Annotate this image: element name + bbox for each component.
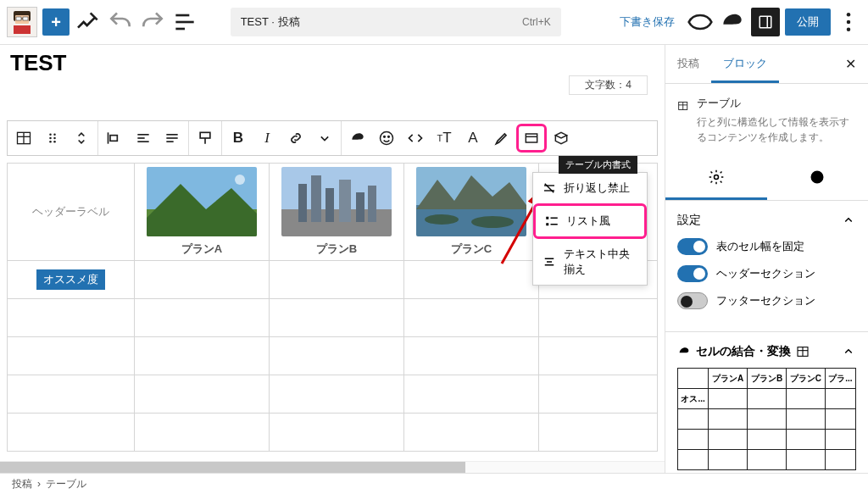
view-icon[interactable] bbox=[687, 8, 714, 36]
dropdown-item-nowrap[interactable]: 折り返し禁止 bbox=[533, 173, 647, 203]
edit-mode-icon[interactable] bbox=[75, 8, 102, 36]
svg-point-21 bbox=[49, 141, 52, 143]
svg-point-34 bbox=[384, 136, 386, 138]
document-title-bar[interactable]: TEST · 投稿 Ctrl+K bbox=[231, 8, 561, 36]
row-osusume-label[interactable]: オススメ度 bbox=[36, 269, 105, 290]
svg-rect-5 bbox=[14, 25, 31, 34]
block-toolbar: B I TT A bbox=[7, 120, 658, 156]
plan-c-label: プランC bbox=[451, 241, 492, 257]
svg-rect-45 bbox=[326, 188, 334, 222]
align-left-icon[interactable] bbox=[100, 121, 129, 155]
table-icon-small bbox=[796, 345, 810, 358]
svg-rect-59 bbox=[551, 218, 558, 219]
svg-rect-57 bbox=[546, 217, 548, 219]
text-color-icon[interactable]: A bbox=[459, 121, 487, 155]
post-title[interactable]: TEST bbox=[0, 45, 665, 80]
chevron-down-icon[interactable] bbox=[310, 121, 339, 155]
emoji-icon[interactable] bbox=[372, 121, 401, 155]
bg-color-icon[interactable] bbox=[547, 121, 576, 155]
swell-icon-small bbox=[677, 345, 691, 358]
svg-point-20 bbox=[53, 137, 56, 140]
svg-point-22 bbox=[53, 141, 56, 143]
publish-button[interactable]: 公開 bbox=[785, 8, 831, 36]
settings-toggle-button[interactable] bbox=[751, 8, 780, 36]
fontsize-icon[interactable]: TT bbox=[430, 121, 459, 155]
tab-block[interactable]: ブロック bbox=[711, 45, 779, 83]
svg-rect-2 bbox=[16, 17, 21, 20]
bold-icon[interactable]: B bbox=[224, 121, 253, 155]
table-block-icon-sidebar bbox=[677, 96, 688, 116]
panel-merge-header[interactable]: セルの結合・変換 bbox=[677, 344, 856, 359]
toggle-footer-section[interactable]: フッターセクション bbox=[677, 292, 856, 309]
dropdown-item-center[interactable]: テキスト中央揃え bbox=[533, 239, 647, 285]
row-edit-icon[interactable] bbox=[158, 121, 186, 155]
column-align-icon[interactable] bbox=[129, 121, 158, 155]
svg-rect-46 bbox=[339, 180, 351, 222]
plan-b-image bbox=[281, 167, 392, 236]
link-icon[interactable] bbox=[281, 121, 310, 155]
tab-settings-icon[interactable] bbox=[665, 160, 767, 200]
more-menu-icon[interactable] bbox=[836, 9, 861, 35]
drag-handle-icon[interactable] bbox=[38, 121, 67, 155]
code-icon[interactable] bbox=[401, 121, 430, 155]
svg-rect-43 bbox=[298, 184, 307, 222]
svg-point-13 bbox=[847, 28, 851, 32]
svg-rect-3 bbox=[23, 17, 28, 20]
chevron-up-icon bbox=[841, 213, 856, 228]
svg-point-11 bbox=[847, 13, 851, 17]
tab-post[interactable]: 投稿 bbox=[665, 45, 711, 83]
svg-point-35 bbox=[388, 136, 390, 138]
svg-point-19 bbox=[49, 137, 52, 140]
breadcrumb-post[interactable]: 投稿 bbox=[12, 477, 32, 491]
format-icon[interactable] bbox=[191, 121, 220, 155]
editor-canvas: TEST 文字数：4 B I bbox=[0, 45, 665, 473]
plugin-icon[interactable] bbox=[719, 8, 746, 36]
header-label-placeholder[interactable]: ヘッダーラベル bbox=[32, 205, 109, 218]
tab-styles-icon[interactable] bbox=[767, 160, 869, 200]
settings-sidebar: 投稿 ブロック ✕ テーブル 行と列に構造化して情報を表示するコンテンツを作成し… bbox=[665, 45, 868, 473]
block-info: テーブル 行と列に構造化して情報を表示するコンテンツを作成します。 bbox=[665, 84, 868, 153]
top-toolbar: + TEST · 投稿 Ctrl+K 下書き保存 公開 bbox=[0, 0, 868, 45]
move-updown-icon[interactable] bbox=[67, 121, 96, 155]
dropdown-item-list[interactable]: リスト風 bbox=[533, 203, 647, 239]
svg-line-56 bbox=[545, 184, 554, 193]
breadcrumb-separator: › bbox=[37, 478, 41, 490]
swell-icon[interactable] bbox=[343, 121, 372, 155]
horizontal-scrollbar[interactable] bbox=[0, 461, 665, 473]
add-block-button[interactable]: + bbox=[42, 8, 70, 36]
svg-rect-36 bbox=[526, 134, 537, 142]
block-description: 行と列に構造化して情報を表示するコンテンツを作成します。 bbox=[697, 114, 856, 145]
table-block-icon[interactable] bbox=[9, 121, 38, 155]
italic-icon[interactable]: I bbox=[253, 121, 281, 155]
svg-point-33 bbox=[381, 132, 393, 145]
svg-rect-44 bbox=[311, 175, 321, 222]
cell-format-dropdown: テーブル内書式 折り返し禁止 リスト風 テキスト中央揃え bbox=[532, 172, 648, 286]
save-draft-button[interactable]: 下書き保存 bbox=[620, 14, 675, 30]
chevron-up-icon bbox=[841, 344, 856, 359]
svg-rect-47 bbox=[356, 192, 364, 222]
shortcut-hint: Ctrl+K bbox=[522, 16, 551, 28]
undo-icon[interactable] bbox=[107, 8, 134, 36]
close-sidebar-icon[interactable]: ✕ bbox=[833, 45, 868, 83]
svg-point-12 bbox=[847, 20, 851, 25]
toggle-fixed-width[interactable]: 表のセル幅を固定 bbox=[677, 238, 856, 255]
user-avatar[interactable] bbox=[7, 7, 37, 37]
toggle-header-section[interactable]: ヘッダーセクション bbox=[677, 265, 856, 282]
redo-icon[interactable] bbox=[139, 8, 166, 36]
svg-rect-60 bbox=[551, 224, 558, 225]
breadcrumb-footer: 投稿 › テーブル bbox=[0, 473, 868, 494]
svg-point-40 bbox=[235, 175, 245, 185]
breadcrumb-table[interactable]: テーブル bbox=[46, 477, 86, 491]
plan-a-label: プランA bbox=[181, 241, 222, 257]
block-name: テーブル bbox=[697, 96, 856, 111]
svg-point-51 bbox=[425, 214, 459, 225]
svg-rect-9 bbox=[760, 16, 771, 28]
sidebar-mode-tabs bbox=[665, 160, 868, 201]
dropdown-title: テーブル内書式 bbox=[559, 156, 637, 174]
svg-rect-58 bbox=[546, 223, 548, 225]
panel-settings-header[interactable]: 設定 bbox=[677, 213, 856, 228]
cell-format-icon[interactable] bbox=[516, 124, 547, 153]
document-outline-icon[interactable] bbox=[171, 8, 198, 36]
highlight-icon[interactable] bbox=[487, 121, 516, 155]
mini-preview-table[interactable]: プランA プランB プランC プラ... オス... bbox=[677, 368, 856, 470]
